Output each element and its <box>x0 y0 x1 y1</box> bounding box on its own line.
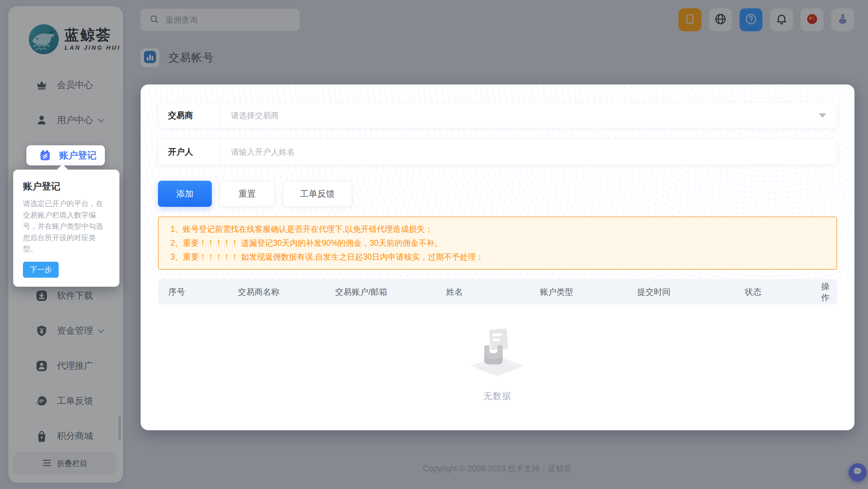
ticket-feedback-button[interactable]: 工单反馈 <box>283 181 352 207</box>
column-header-status: 状态 <box>745 286 821 298</box>
empty-state: 无数据 <box>141 324 854 402</box>
broker-select[interactable] <box>220 111 819 120</box>
notice-line: 3、重要！！！！！ 如发现返佣数据有误,自发生之日起30日内申请核实，过期不予处… <box>170 252 825 262</box>
form-actions: 添加 重置 工单反馈 <box>158 181 352 207</box>
tour-next-button[interactable]: 下一步 <box>23 262 59 278</box>
broker-select-row: 交易商 <box>158 103 837 128</box>
table-header: 序号 交易商名称 交易账户/邮箱 姓名 账户类型 提交时间 状态 操作 <box>158 279 837 304</box>
tour-popover: 账户登记 请选定已开户的平台，在交易账户栏填入数字编号，并在账户类型中勾选您后台… <box>13 170 119 287</box>
account-holder-input[interactable] <box>220 147 837 157</box>
empty-box-icon <box>468 324 527 378</box>
column-header-broker-name: 交易商名称 <box>238 286 335 298</box>
column-header-name: 姓名 <box>446 286 540 298</box>
notice-box: 1、账号登记前需找在线客服确认是否开在代理下,以免开错代理造成损失； 2、重要！… <box>158 217 837 270</box>
empty-text: 无数据 <box>484 390 512 402</box>
broker-label: 交易商 <box>158 110 220 121</box>
notice-line: 2、重要！！！！！ 遗漏登记30天内的补发90%的佣金，30天前的佣金不补。 <box>170 238 825 248</box>
calendar-check-icon <box>39 149 51 162</box>
account-register-highlight[interactable]: 账户登记 <box>26 145 105 165</box>
column-header-index: 序号 <box>168 286 238 298</box>
tour-title: 账户登记 <box>23 180 110 193</box>
column-header-submit-time: 提交时间 <box>637 286 745 298</box>
column-header-actions: 操作 <box>821 281 829 303</box>
add-button[interactable]: 添加 <box>158 181 212 207</box>
column-header-account-type: 账户类型 <box>540 286 637 298</box>
reset-button[interactable]: 重置 <box>219 181 275 207</box>
account-holder-label: 开户人 <box>158 146 220 157</box>
notice-line: 1、账号登记前需找在线客服确认是否开在代理下,以免开错代理造成损失； <box>170 224 825 235</box>
tour-description: 请选定已开户的平台，在交易账户栏填入数字编号，并在账户类型中勾选您后台所开设的对… <box>23 198 110 255</box>
select-caret-icon <box>819 113 826 118</box>
account-holder-row: 开户人 <box>158 139 837 165</box>
column-header-account-email: 交易账户/邮箱 <box>335 286 446 298</box>
trade-account-card: 交易商 开户人 添加 重置 工单反馈 1、账号登记前需找在线客服确认是否开在代理… <box>141 84 854 430</box>
